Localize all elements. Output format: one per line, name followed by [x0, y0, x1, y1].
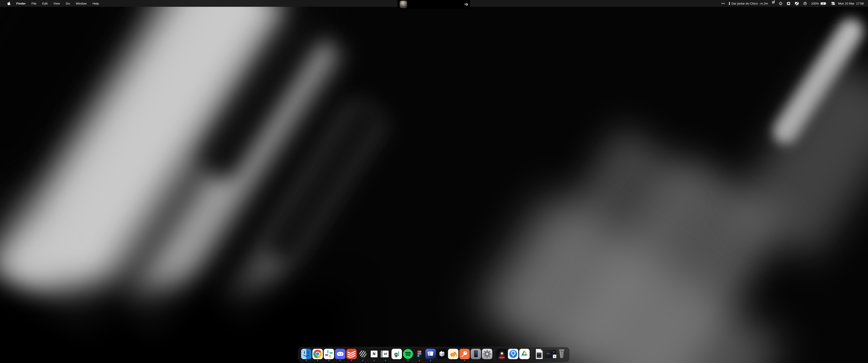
dock-app-blue-cards[interactable]	[425, 349, 436, 361]
toggles-icon	[831, 2, 835, 5]
event-text: Dar jantar do Chico · in 2m	[732, 2, 768, 5]
menu-window[interactable]: Window	[73, 0, 90, 7]
notion-letter: N	[373, 352, 375, 356]
now-playing-album-art[interactable]	[400, 1, 407, 8]
battery-indicator[interactable]: 100%	[809, 0, 829, 7]
menu-help[interactable]: Help	[90, 0, 102, 7]
dock-file-document[interactable]	[533, 349, 545, 361]
dock-divider	[494, 349, 495, 360]
dock-app-grammarly[interactable]: g	[391, 349, 402, 361]
audio-visualizer-icon[interactable]	[465, 0, 468, 8]
dock-app-1password[interactable]	[507, 349, 519, 361]
dock-app-linear[interactable]	[357, 349, 368, 361]
menu-go[interactable]: Go	[63, 0, 73, 7]
raycast-label: raycast	[499, 357, 505, 358]
notch-media-widget	[397, 0, 470, 8]
onepassword-icon	[508, 349, 518, 359]
raycast-icon: raycast	[497, 349, 507, 359]
flower-gear-icon[interactable]	[777, 0, 784, 7]
dock-app-notion[interactable]: N	[368, 349, 380, 361]
notion-icon: N	[369, 349, 379, 359]
running-indicator	[329, 360, 329, 361]
system-settings-icon	[482, 349, 492, 359]
apple-icon	[7, 2, 10, 5]
calendar-date-number: 10	[383, 352, 387, 356]
desktop: Finder File Edit View Go Window Help •••…	[0, 0, 868, 363]
running-indicator	[374, 360, 375, 361]
dock-app-slack[interactable]	[323, 349, 335, 361]
dock-app-finder[interactable]	[301, 349, 312, 361]
dock-app-iphone-mirroring[interactable]	[470, 349, 482, 361]
running-indicator	[464, 360, 465, 361]
calendar-event-item[interactable]: Dar jantar do Chico · in 2m	[727, 0, 770, 7]
grammarly-icon: g	[392, 349, 402, 359]
discord-icon	[335, 349, 345, 359]
grammarly-menu-icon[interactable]: g	[770, 0, 777, 7]
dock-app-spotify[interactable]	[402, 349, 414, 361]
blue-cards-app-icon	[426, 349, 436, 359]
overflow-menu-icon[interactable]: •••	[719, 0, 727, 7]
running-indicator	[362, 360, 363, 361]
minimized-window-thumbnail: 11	[545, 349, 556, 359]
dock-app-discord[interactable]	[335, 349, 346, 361]
text-caret-icon	[774, 0, 775, 3]
slack-icon	[324, 349, 334, 359]
chrome-icon	[312, 349, 323, 359]
menu-file[interactable]: File	[29, 0, 39, 7]
dock-minimized-window[interactable]: 11	[545, 349, 556, 361]
running-indicator	[317, 360, 318, 361]
dock-app-todoist[interactable]	[346, 349, 357, 361]
cube-app-icon	[437, 349, 447, 359]
dock-app-google-drive[interactable]	[519, 349, 530, 361]
dock-app-postman[interactable]	[459, 349, 470, 361]
menu-bar-status: ••• Dar jantar do Chico · in 2m g	[719, 0, 868, 7]
dock-app-notion-calendar[interactable]: 10	[380, 349, 391, 361]
cursor-squircle-icon	[786, 2, 790, 5]
dock-app-figma[interactable]	[414, 349, 425, 361]
dock-app-raycast[interactable]: raycast	[496, 349, 507, 361]
google-drive-icon	[519, 349, 530, 359]
trash-icon	[557, 349, 567, 359]
postman-icon	[459, 349, 470, 359]
menu-bar-clock[interactable]: Mon 10 Mar 17:58	[837, 0, 866, 7]
linear-icon	[358, 349, 368, 359]
pointer-squircle-icon[interactable]	[784, 0, 793, 7]
app-menu-title[interactable]: Finder	[13, 0, 29, 7]
wallpaper-glow	[9, 233, 63, 287]
running-indicator	[430, 360, 431, 361]
document-file-icon	[534, 349, 544, 359]
dock-trash[interactable]	[556, 349, 567, 361]
apple-menu[interactable]	[4, 0, 13, 7]
menu-edit[interactable]: Edit	[39, 0, 51, 7]
dock-app-dark-cube[interactable]	[436, 349, 447, 361]
battery-percent: 100%	[811, 2, 819, 5]
display-icon[interactable]	[793, 0, 801, 7]
figma-icon	[414, 349, 425, 359]
onepassword-menu-icon[interactable]	[801, 0, 809, 7]
dock-app-system-settings[interactable]	[482, 349, 493, 361]
control-center-icon[interactable]	[829, 0, 837, 7]
event-color-bar	[729, 2, 730, 5]
iphone-mirroring-icon	[471, 349, 481, 359]
wallpaper	[0, 0, 868, 363]
menu-view[interactable]: View	[51, 0, 63, 7]
battery-charging-icon	[820, 2, 827, 5]
running-indicator	[306, 360, 307, 361]
dock-app-chrome[interactable]	[312, 349, 323, 361]
grammarly-glyph: g	[772, 0, 774, 4]
dock: N 10 g	[298, 347, 569, 362]
elephant-app-icon	[448, 349, 458, 359]
running-indicator	[385, 360, 386, 361]
keyhole-circle-icon	[803, 2, 807, 5]
running-indicator	[351, 360, 352, 361]
raycast-diamond	[500, 352, 503, 355]
todoist-icon	[346, 349, 357, 359]
grammarly-letter: g	[395, 351, 398, 357]
finder-icon	[301, 349, 311, 359]
running-indicator	[419, 360, 420, 361]
dock-app-postico[interactable]	[447, 349, 459, 361]
green-caret	[398, 351, 399, 357]
running-indicator	[408, 360, 408, 361]
flower-icon	[779, 2, 782, 5]
notion-calendar-icon: 10	[380, 349, 391, 359]
